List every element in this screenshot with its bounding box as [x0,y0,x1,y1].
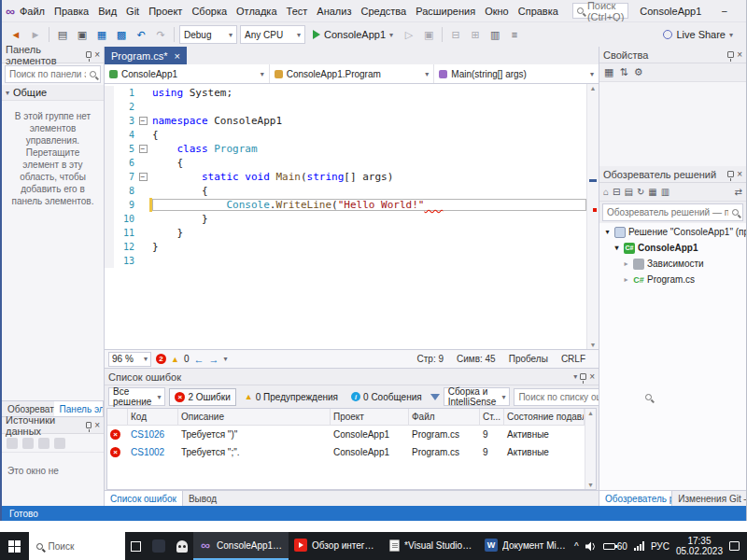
menu-item[interactable]: Расширения [411,3,480,20]
solution-search-box[interactable] [602,203,743,221]
tree-item[interactable]: ▾Решение "ConsoleApp1" (проекты: 1 из 1) [599,224,746,240]
column-header[interactable] [107,409,128,425]
spaces-indicator[interactable]: Пробелы [509,354,548,364]
toolbox-search-box[interactable] [5,65,101,83]
pin-icon[interactable] [580,373,586,380]
tree-item[interactable]: ▾C#ConsoleApp1 [599,240,746,256]
alphabetical-icon[interactable]: ⇅ [619,66,627,78]
code-line[interactable]: 6 { [105,156,586,170]
taskbar-app-button[interactable]: ∞ConsoleApp1 - Mi... [193,532,289,560]
taskbar-search-box[interactable]: Поиск [29,532,125,560]
pin-icon[interactable] [727,171,734,177]
preview-icon[interactable]: ▥ [661,187,669,197]
expand-icon[interactable]: ▸ [622,275,630,284]
breakpoint-margin[interactable] [105,198,114,212]
sync-icon[interactable]: ⇄ [735,187,742,197]
pinned-app-button-1[interactable] [148,532,170,560]
column-header[interactable]: Ст... [480,409,504,425]
line-indicator[interactable]: Стр: 9 [417,354,444,364]
menu-item[interactable]: Справка [514,3,563,20]
error-code[interactable]: CS1002 [128,447,178,457]
code-line[interactable]: 10 } [105,212,586,226]
fold-margin[interactable]: − [136,145,149,153]
find-in-files-icon[interactable]: ▥ [486,26,503,43]
breakpoint-margin[interactable] [105,254,114,268]
errors-filter-button[interactable]: × 2 Ошибки [169,388,235,406]
code-editor[interactable]: 1using System;23−namespace ConsoleApp14{… [105,84,599,349]
error-list-tab-0[interactable]: Список ошибок [105,491,183,506]
taskbar-clock[interactable]: 17:35 05.02.2023 [676,536,723,556]
breakpoint-margin[interactable] [105,100,114,114]
pin-icon[interactable] [86,422,92,428]
step-over-icon[interactable]: ⊟ [447,26,464,43]
column-indicator[interactable]: Симв: 45 [457,354,496,364]
column-header[interactable]: Описание [178,409,331,425]
type-dropdown[interactable]: ConsoleApp1.Program▾ [270,64,435,83]
line-ending-indicator[interactable]: CRLF [561,354,585,364]
refresh-icon[interactable] [38,438,49,449]
comment-icon[interactable]: ≡ [506,26,523,43]
breakpoint-margin[interactable] [105,114,114,128]
scroll-up-icon[interactable]: ▲ [587,85,599,91]
configure-icon[interactable] [54,438,65,449]
column-header[interactable]: Состояние подавл... [504,409,585,425]
code-line[interactable]: 11 } [105,226,586,240]
navigate-forward-icon[interactable]: ► [27,26,44,43]
collapse-region-icon[interactable]: − [139,173,148,181]
menu-item[interactable]: Окно [480,3,514,20]
close-tab-icon[interactable]: × [175,50,180,62]
quick-search-box[interactable]: Поиск (Ctrl+Q) [572,3,628,19]
code-line[interactable]: 13 [105,254,586,268]
column-header[interactable]: Проект [331,409,409,425]
error-row[interactable]: ×CS1026Требуется ")"ConsoleApp1Program.c… [107,426,585,443]
document-warnings-icon[interactable]: ▲ [171,355,179,364]
hidden-icons-chevron-icon[interactable]: ^ [574,541,579,552]
save-icon[interactable]: ▦ [93,26,110,43]
member-dropdown[interactable]: Main(string[] args)▾ [434,64,599,83]
network-icon[interactable] [634,541,644,551]
filter-icon[interactable] [430,394,440,400]
collapse-icon[interactable]: ▾ [603,228,612,236]
maximize-button[interactable]: □ [738,0,747,21]
column-header[interactable]: Код [128,409,178,425]
home-icon[interactable]: ⌂ [603,187,609,197]
language-indicator[interactable]: РУС [651,541,669,552]
categorized-icon[interactable]: ▦ [604,66,613,78]
edit-data-source-icon[interactable] [22,438,34,449]
project-dropdown[interactable]: ConsoleApp1▾ [105,64,270,83]
zoom-dropdown[interactable]: 96 %▾ [108,352,151,367]
fold-margin[interactable]: − [136,117,149,125]
menu-item[interactable]: Отладка [232,3,281,20]
menu-item[interactable]: Вид [93,3,121,20]
minimize-button[interactable]: – [711,0,738,21]
pin-icon[interactable] [86,51,92,58]
close-icon[interactable]: × [737,49,742,60]
solution-search-input[interactable] [607,207,728,217]
error-list-tab-1[interactable]: Вывод [183,491,222,506]
breakpoint-margin[interactable] [105,184,114,198]
close-icon[interactable]: × [94,49,100,60]
next-issue-icon[interactable]: → [208,354,218,365]
collapse-all-icon[interactable]: ⊟ [613,187,620,197]
solution-platform-dropdown[interactable]: Any CPU▾ [240,25,305,44]
window-position-icon[interactable]: ▾ [573,372,577,381]
redo-icon[interactable]: ↷ [152,26,169,43]
break-all-icon[interactable]: ▣ [420,26,437,43]
editor-scrollbar[interactable]: ▲ ▼ [586,84,599,349]
save-all-icon[interactable]: ▩ [113,26,130,43]
undo-icon[interactable]: ↶ [133,26,149,43]
close-icon[interactable]: × [737,169,742,179]
code-line[interactable]: 3−namespace ConsoleApp1 [105,114,586,128]
breakpoint-margin[interactable] [105,170,114,184]
source-dropdown[interactable]: Сборка и IntelliSense▾ [444,387,511,406]
code-line[interactable]: 8 { [105,184,586,198]
menu-item[interactable]: Git [121,3,144,20]
breakpoint-margin[interactable] [105,212,114,226]
expand-icon[interactable]: ▸ [622,259,630,268]
add-data-source-icon[interactable] [7,438,18,449]
menu-item[interactable]: Правка [49,3,93,20]
volume-icon[interactable] [585,541,597,552]
start-without-debugging-icon[interactable]: ▷ [401,26,417,43]
document-tab[interactable]: Program.cs* × [105,47,187,64]
collapse-icon[interactable]: ▾ [613,244,621,252]
